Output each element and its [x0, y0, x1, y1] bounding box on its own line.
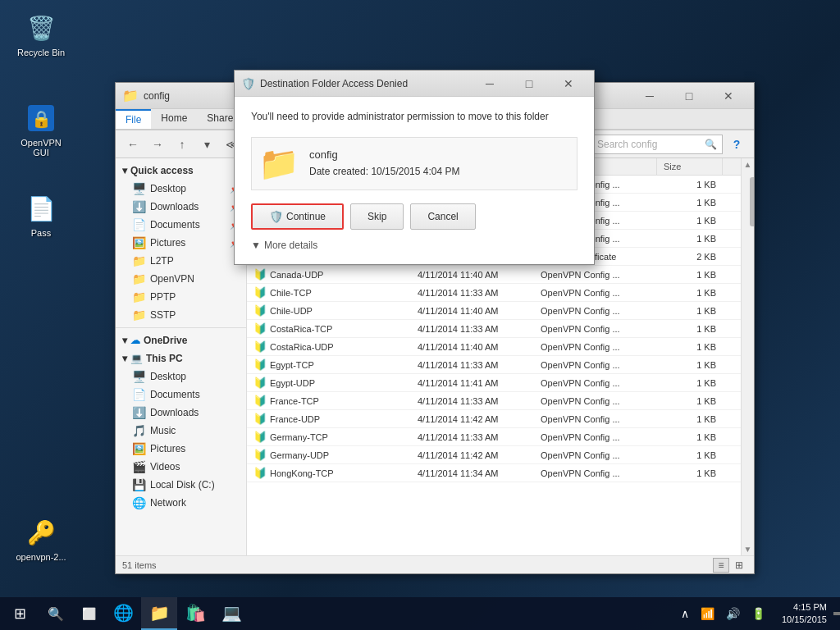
file-cell-date: 4/11/2014 11:40 AM — [411, 304, 534, 317]
help-button[interactable]: ? — [726, 134, 747, 155]
vpn-file-icon: 🔰 — [253, 358, 267, 371]
tray-battery[interactable]: 🔋 — [748, 605, 769, 622]
tab-home[interactable]: Home — [151, 109, 197, 129]
dialog-folder-name: config — [309, 147, 459, 164]
close-button[interactable]: ✕ — [710, 85, 747, 107]
file-cell-name: 🔰 Germany-TCP — [247, 429, 411, 445]
pass-icon[interactable]: 📄 Pass — [8, 189, 74, 241]
view-btn-list[interactable]: ≡ — [713, 558, 729, 573]
sidebar-item-desktop-quick[interactable]: 🖥️ Desktop 📌 — [116, 180, 246, 198]
recent-locations-button[interactable]: ▾ — [196, 134, 217, 155]
dialog-folder-icon: 📁 — [258, 144, 299, 183]
file-cell-date: 4/11/2014 11:41 AM — [411, 377, 534, 390]
tray-network[interactable]: 📶 — [697, 605, 718, 622]
taskbar-remote[interactable]: 💻 — [213, 597, 249, 630]
quick-access-header[interactable]: ▾ Quick access — [116, 162, 246, 180]
file-cell-size: 1 KB — [657, 358, 723, 372]
table-row[interactable]: 🔰 Egypt-UDP 4/11/2014 11:41 AM OpenVPN C… — [247, 374, 741, 392]
file-cell-name: 🔰 Chile-UDP — [247, 303, 411, 318]
sidebar-item-pictures-quick[interactable]: 🖼️ Pictures 📌 — [116, 234, 246, 252]
taskbar-store[interactable]: 🛍️ — [177, 597, 213, 630]
taskbar-clock[interactable]: 4:15 PM 10/15/2015 — [775, 601, 833, 627]
openvpn-gui-icon[interactable]: 🔒 OpenVPN GUI — [8, 98, 74, 161]
sidebar-label-downloads-pc: Downloads — [150, 407, 199, 418]
dialog-minimize-button[interactable]: ─ — [471, 73, 509, 94]
continue-shield-icon: 🛡️ — [269, 210, 283, 223]
table-row[interactable]: 🔰 CostaRica-TCP 4/11/2014 11:33 AM OpenV… — [247, 320, 741, 338]
tab-file[interactable]: File — [116, 109, 151, 129]
file-cell-date: 4/11/2014 11:33 AM — [411, 322, 534, 336]
sidebar-item-documents-pc[interactable]: 📄 Documents — [116, 386, 246, 404]
table-row[interactable]: 🔰 CostaRica-UDP 4/11/2014 11:40 AM OpenV… — [247, 338, 741, 356]
file-cell-type: OpenVPN Config ... — [534, 377, 657, 390]
file-cell-date: 4/11/2014 11:33 AM — [411, 286, 534, 299]
sidebar-item-sstp[interactable]: 📁 SSTP — [116, 306, 246, 324]
local-disk-icon: 💾 — [132, 478, 145, 491]
openvpn2-label: openvpn-2... — [16, 552, 66, 562]
show-desktop-button[interactable] — [833, 612, 840, 615]
table-row[interactable]: 🔰 Germany-UDP 4/11/2014 11:42 AM OpenVPN… — [247, 446, 741, 464]
table-row[interactable]: 🔰 France-TCP 4/11/2014 11:33 AM OpenVPN … — [247, 392, 741, 410]
back-button[interactable]: ← — [122, 134, 144, 155]
forward-button[interactable]: → — [147, 134, 168, 155]
sidebar-item-openvpn[interactable]: 📁 OpenVPN — [116, 270, 246, 288]
network-icon: 🌐 — [132, 496, 145, 509]
sidebar-item-downloads-quick[interactable]: ⬇️ Downloads 📌 — [116, 198, 246, 216]
sidebar-item-pptp[interactable]: 📁 PPTP — [116, 288, 246, 306]
dialog-maximize-button[interactable]: □ — [510, 73, 548, 94]
search-button-taskbar[interactable]: 🔍 — [39, 597, 72, 630]
sidebar-item-pictures-pc[interactable]: 🖼️ Pictures — [116, 440, 246, 458]
dialog-buttons: 🛡️ Continue Skip Cancel — [251, 203, 578, 230]
table-row[interactable]: 🔰 HongKong-TCP 4/11/2014 11:34 AM OpenVP… — [247, 464, 741, 482]
sidebar-label-downloads: Downloads — [150, 201, 199, 212]
pptp-folder-icon: 📁 — [132, 290, 145, 304]
minimize-button[interactable]: ─ — [631, 85, 669, 107]
table-row[interactable]: 🔰 Chile-TCP 4/11/2014 11:33 AM OpenVPN C… — [247, 284, 741, 302]
maximize-button[interactable]: □ — [670, 85, 708, 107]
recycle-bin-icon[interactable]: 🗑️ Recycle Bin — [8, 8, 74, 61]
sidebar-item-downloads-pc[interactable]: ⬇️ Downloads — [116, 404, 246, 422]
up-button[interactable]: ↑ — [171, 134, 193, 155]
sidebar-item-desktop-pc[interactable]: 🖥️ Desktop — [116, 368, 246, 386]
table-row[interactable]: 🔰 Chile-UDP 4/11/2014 11:40 AM OpenVPN C… — [247, 302, 741, 320]
tray-volume[interactable]: 🔊 — [723, 605, 743, 622]
dialog-close-button[interactable]: ✕ — [550, 73, 587, 94]
sidebar-item-documents-quick[interactable]: 📄 Documents 📌 — [116, 216, 246, 234]
table-row[interactable]: 🔰 Egypt-TCP 4/11/2014 11:33 AM OpenVPN C… — [247, 356, 741, 374]
file-cell-date: 4/11/2014 11:42 AM — [411, 449, 534, 462]
cancel-button[interactable]: Cancel — [410, 203, 475, 230]
openvpn-gui-label: OpenVPN GUI — [11, 138, 71, 158]
table-row[interactable]: 🔰 Germany-TCP 4/11/2014 11:33 AM OpenVPN… — [247, 428, 741, 446]
taskbar-edge[interactable]: 🌐 — [105, 597, 141, 630]
sidebar-item-l2tp[interactable]: 📁 L2TP — [116, 252, 246, 270]
onedrive-header[interactable]: ▾ ☁ OneDrive — [116, 331, 246, 349]
start-button[interactable]: ⊞ — [0, 597, 39, 630]
music-icon: 🎵 — [132, 424, 145, 437]
sidebar-item-network[interactable]: 🌐 Network — [116, 494, 246, 512]
file-cell-size: 1 KB — [657, 214, 723, 227]
sidebar-item-local-disk[interactable]: 💾 Local Disk (C:) — [116, 476, 246, 494]
file-cell-size: 1 KB — [657, 467, 723, 480]
taskbar-apps: 🌐 📁 🛍️ 💻 — [105, 597, 671, 630]
vpn-file-icon: 🔰 — [253, 340, 267, 353]
col-header-size[interactable]: Size — [657, 158, 723, 175]
taskbar-folder[interactable]: 📁 — [141, 597, 177, 630]
continue-button[interactable]: 🛡️ Continue — [251, 203, 344, 230]
file-cell-size: 1 KB — [657, 196, 723, 209]
svg-text:🔒: 🔒 — [31, 109, 52, 129]
openvpn2-icon[interactable]: 🔑 openvpn-2... — [8, 513, 74, 565]
more-details-toggle[interactable]: ▼ More details — [251, 240, 578, 251]
pass-image: 📄 — [25, 192, 57, 225]
view-btn-details[interactable]: ⊞ — [731, 558, 747, 573]
task-view-button[interactable]: ⬜ — [72, 597, 105, 630]
scrollbar[interactable]: ▲ ▼ — [741, 158, 754, 555]
table-row[interactable]: 🔰 Canada-UDP 4/11/2014 11:40 AM OpenVPN … — [247, 266, 741, 284]
search-bar[interactable]: Search config 🔍 — [591, 135, 723, 154]
sidebar-item-music[interactable]: 🎵 Music — [116, 422, 246, 440]
sidebar-item-videos[interactable]: 🎬 Videos — [116, 458, 246, 476]
tray-arrow[interactable]: ∧ — [678, 605, 692, 622]
skip-button[interactable]: Skip — [350, 203, 404, 230]
this-pc-header[interactable]: ▾ 💻 This PC — [116, 349, 246, 368]
table-row[interactable]: 🔰 France-UDP 4/11/2014 11:42 AM OpenVPN … — [247, 410, 741, 428]
vpn-file-icon: 🔰 — [253, 449, 267, 461]
